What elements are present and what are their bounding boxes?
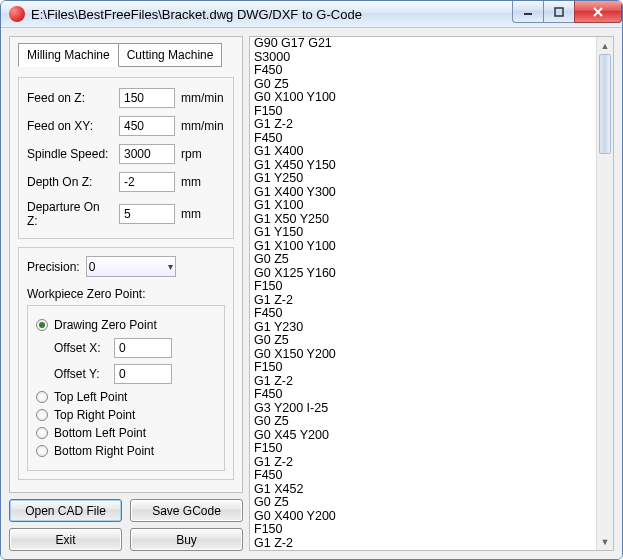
depth-z-unit: mm (181, 175, 201, 189)
field-feed-z: Feed on Z: mm/min (27, 88, 225, 108)
titlebar[interactable]: E:\Files\BestFreeFiles\Bracket.dwg DWG/D… (1, 1, 622, 28)
button-row-1: Open CAD File Save GCode (9, 499, 243, 522)
scroll-up-icon[interactable]: ▲ (597, 37, 613, 54)
field-departure-z: Departure On Z: mm (27, 200, 225, 228)
offset-x-row: Offset X: (54, 338, 216, 358)
scroll-down-icon[interactable]: ▼ (597, 533, 613, 550)
close-button[interactable] (574, 1, 622, 23)
radio-drawing-label: Drawing Zero Point (54, 318, 157, 332)
feed-z-input[interactable] (119, 88, 175, 108)
offset-x-label: Offset X: (54, 341, 108, 355)
radio-icon (36, 319, 48, 331)
content-area: Milling Machine Cutting Machine Feed on … (1, 28, 622, 559)
radio-drawing-zero[interactable]: Drawing Zero Point (36, 318, 216, 332)
field-spindle: Spindle Speed: rpm (27, 144, 225, 164)
maximize-button[interactable] (543, 1, 575, 23)
radio-topleft-label: Top Left Point (54, 390, 127, 404)
offset-y-input[interactable] (114, 364, 172, 384)
close-icon (592, 6, 604, 18)
departure-z-unit: mm (181, 207, 201, 221)
feed-z-label: Feed on Z: (27, 91, 113, 105)
maximize-icon (554, 7, 564, 17)
radio-bottomleft-label: Bottom Left Point (54, 426, 146, 440)
feed-xy-input[interactable] (119, 116, 175, 136)
depth-z-input[interactable] (119, 172, 175, 192)
workpiece-title: Workpiece Zero Point: (27, 287, 225, 301)
radio-icon (36, 409, 48, 421)
tab-cutting[interactable]: Cutting Machine (118, 43, 223, 67)
app-icon (9, 6, 25, 22)
radio-bottomright-label: Bottom Right Point (54, 444, 154, 458)
gcode-text[interactable]: G90 G17 G21 S3000 F450 G0 Z5 G0 X100 Y10… (254, 37, 596, 550)
feed-z-unit: mm/min (181, 91, 224, 105)
svg-rect-1 (555, 8, 563, 16)
save-gcode-button[interactable]: Save GCode (130, 499, 243, 522)
scroll-track[interactable] (597, 54, 613, 533)
window-controls (513, 1, 622, 23)
tab-milling[interactable]: Milling Machine (18, 43, 119, 67)
workpiece-group: Drawing Zero Point Offset X: Offset Y: (27, 305, 225, 471)
radio-top-left[interactable]: Top Left Point (36, 390, 216, 404)
field-feed-xy: Feed on XY: mm/min (27, 116, 225, 136)
spindle-input[interactable] (119, 144, 175, 164)
precision-value: 0 (89, 260, 96, 274)
scroll-thumb[interactable] (599, 54, 611, 154)
precision-row: Precision: 0 (27, 256, 225, 277)
radio-icon (36, 445, 48, 457)
radio-bottom-right[interactable]: Bottom Right Point (36, 444, 216, 458)
offset-y-row: Offset Y: (54, 364, 216, 384)
open-cad-button[interactable]: Open CAD File (9, 499, 122, 522)
depth-z-label: Depth On Z: (27, 175, 113, 189)
departure-z-input[interactable] (119, 204, 175, 224)
minimize-button[interactable] (512, 1, 544, 23)
left-panel: Milling Machine Cutting Machine Feed on … (9, 36, 243, 551)
vertical-scrollbar[interactable]: ▲ ▼ (596, 37, 613, 550)
minimize-icon (523, 7, 533, 17)
precision-select[interactable]: 0 (86, 256, 176, 277)
app-window: E:\Files\BestFreeFiles\Bracket.dwg DWG/D… (0, 0, 623, 560)
radio-bottom-left[interactable]: Bottom Left Point (36, 426, 216, 440)
feed-xy-unit: mm/min (181, 119, 224, 133)
offset-x-input[interactable] (114, 338, 172, 358)
offset-y-label: Offset Y: (54, 367, 108, 381)
radio-top-right[interactable]: Top Right Point (36, 408, 216, 422)
field-depth-z: Depth On Z: mm (27, 172, 225, 192)
window-title: E:\Files\BestFreeFiles\Bracket.dwg DWG/D… (31, 7, 513, 22)
precision-box: Precision: 0 Workpiece Zero Point: Drawi… (18, 247, 234, 480)
button-row-2: Exit Buy (9, 528, 243, 551)
feed-xy-label: Feed on XY: (27, 119, 113, 133)
exit-button[interactable]: Exit (9, 528, 122, 551)
machine-tabs: Milling Machine Cutting Machine (18, 43, 234, 67)
right-panel: G90 G17 G21 S3000 F450 G0 Z5 G0 X100 Y10… (249, 36, 614, 551)
settings-panel: Milling Machine Cutting Machine Feed on … (9, 36, 243, 493)
departure-z-label: Departure On Z: (27, 200, 113, 228)
radio-topright-label: Top Right Point (54, 408, 135, 422)
buy-button[interactable]: Buy (130, 528, 243, 551)
radio-icon (36, 427, 48, 439)
parameter-fields: Feed on Z: mm/min Feed on XY: mm/min Spi… (18, 77, 234, 239)
precision-label: Precision: (27, 260, 80, 274)
spindle-label: Spindle Speed: (27, 147, 113, 161)
gcode-output: G90 G17 G21 S3000 F450 G0 Z5 G0 X100 Y10… (249, 36, 614, 551)
radio-icon (36, 391, 48, 403)
spindle-unit: rpm (181, 147, 202, 161)
